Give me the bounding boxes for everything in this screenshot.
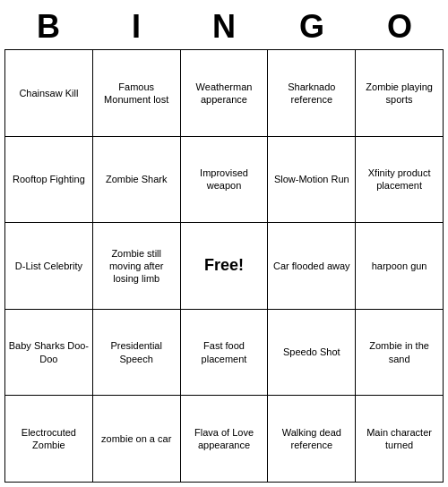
- bingo-cell-11[interactable]: Zombie still moving after losing limb: [93, 223, 181, 310]
- bingo-cell-20[interactable]: Electrocuted Zombie: [5, 396, 93, 483]
- bingo-cell-16[interactable]: Presidential Speech: [93, 310, 181, 397]
- bingo-grid: Chainsaw KillFamous Monument lostWeather…: [4, 49, 444, 483]
- bingo-cell-1[interactable]: Famous Monument lost: [93, 50, 181, 137]
- header-o: O: [356, 8, 444, 46]
- header-i: I: [92, 8, 180, 46]
- bingo-cell-2[interactable]: Weatherman apperance: [181, 50, 269, 137]
- bingo-cell-4[interactable]: Zombie playing sports: [356, 50, 444, 137]
- bingo-header: B I N G O: [4, 4, 444, 49]
- bingo-cell-21[interactable]: zombie on a car: [93, 396, 181, 483]
- bingo-cell-3[interactable]: Sharknado reference: [268, 50, 356, 137]
- bingo-cell-5[interactable]: Rooftop Fighting: [5, 137, 93, 224]
- bingo-cell-18[interactable]: Speedo Shot: [268, 310, 356, 397]
- bingo-cell-14[interactable]: harpoon gun: [356, 223, 444, 310]
- bingo-cell-6[interactable]: Zombie Shark: [93, 137, 181, 224]
- bingo-card: B I N G O Chainsaw KillFamous Monument l…: [4, 4, 444, 483]
- bingo-cell-23[interactable]: Walking dead reference: [268, 396, 356, 483]
- header-n: N: [180, 8, 268, 46]
- bingo-cell-13[interactable]: Car flooded away: [268, 223, 356, 310]
- bingo-cell-10[interactable]: D-List Celebrity: [5, 223, 93, 310]
- bingo-cell-8[interactable]: Slow-Motion Run: [268, 137, 356, 224]
- bingo-cell-22[interactable]: Flava of Love appearance: [181, 396, 269, 483]
- bingo-cell-17[interactable]: Fast food placement: [181, 310, 269, 397]
- bingo-cell-7[interactable]: Improvised weapon: [181, 137, 269, 224]
- bingo-cell-24[interactable]: Main character turned: [356, 396, 444, 483]
- bingo-cell-0[interactable]: Chainsaw Kill: [5, 50, 93, 137]
- bingo-cell-12[interactable]: Free!: [181, 223, 269, 310]
- bingo-cell-19[interactable]: Zombie in the sand: [356, 310, 444, 397]
- header-g: G: [268, 8, 356, 46]
- bingo-cell-9[interactable]: Xfinity product placement: [356, 137, 444, 224]
- bingo-cell-15[interactable]: Baby Sharks Doo-Doo: [5, 310, 93, 397]
- header-b: B: [4, 8, 92, 46]
